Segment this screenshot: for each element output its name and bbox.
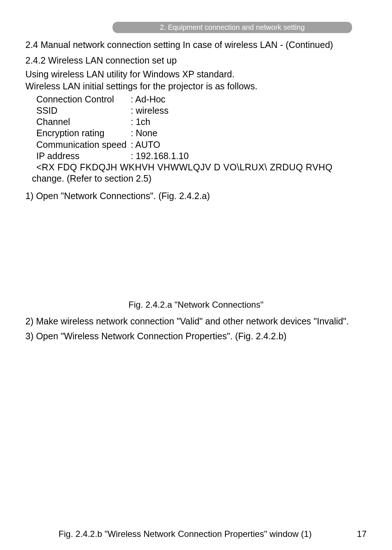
settings-label: IP address xyxy=(36,150,131,162)
change-note-line: change. (Refer to section 2.5) xyxy=(32,173,367,184)
settings-label: Communication speed xyxy=(36,139,131,150)
intro-line-2: Wireless LAN initial settings for the pr… xyxy=(25,81,367,92)
settings-value: : Ad-Hoc xyxy=(131,94,166,105)
settings-value: : 1ch xyxy=(131,116,150,128)
settings-row: Encryption rating : None xyxy=(36,128,367,139)
settings-row: Connection Control : Ad-Hoc xyxy=(36,94,367,105)
settings-label: SSID xyxy=(36,105,131,116)
step-3: 3) Open "Wireless Network Connection Pro… xyxy=(25,331,367,342)
settings-label: Encryption rating xyxy=(36,128,131,139)
page-number: 17 xyxy=(345,529,367,539)
step-1: 1) Open "Network Connections". (Fig. 2.4… xyxy=(25,190,367,202)
settings-list: Connection Control : Ad-Hoc SSID : wirel… xyxy=(36,94,367,162)
figure-a-caption: Fig. 2.4.2.a "Network Connections" xyxy=(25,300,367,310)
subsection-title: 2.4.2 Wireless LAN connection set up xyxy=(25,55,367,66)
settings-value: : wireless xyxy=(131,105,168,116)
settings-row: Channel : 1ch xyxy=(36,116,367,128)
settings-label: Connection Control xyxy=(36,94,131,105)
settings-value: : 192.168.1.10 xyxy=(131,150,189,162)
garbled-note-line: <RX FDQ FKDQJH WKHVH VHWWLQJV D VO\LRUX\… xyxy=(36,162,367,173)
header-breadcrumb-bar: 2. Equipment connection and network sett… xyxy=(113,22,352,33)
settings-label: Channel xyxy=(36,116,131,128)
intro-line-1: Using wireless LAN utility for Windows X… xyxy=(25,69,367,80)
settings-value: : AUTO xyxy=(131,139,160,150)
step-2: 2) Make wireless network connection "Val… xyxy=(25,316,367,327)
figure-b-caption: Fig. 2.4.2.b "Wireless Network Connectio… xyxy=(25,529,345,539)
settings-row: IP address : 192.168.1.10 xyxy=(36,150,367,162)
settings-value: : None xyxy=(131,128,158,139)
figure-b-placeholder xyxy=(25,345,367,509)
page-footer: Fig. 2.4.2.b "Wireless Network Connectio… xyxy=(25,529,367,539)
settings-row: SSID : wireless xyxy=(36,105,367,116)
section-title: 2.4 Manual network connection setting In… xyxy=(25,40,367,50)
breadcrumb-text: 2. Equipment connection and network sett… xyxy=(160,23,305,31)
figure-a-placeholder xyxy=(25,205,367,296)
settings-row: Communication speed : AUTO xyxy=(36,139,367,150)
